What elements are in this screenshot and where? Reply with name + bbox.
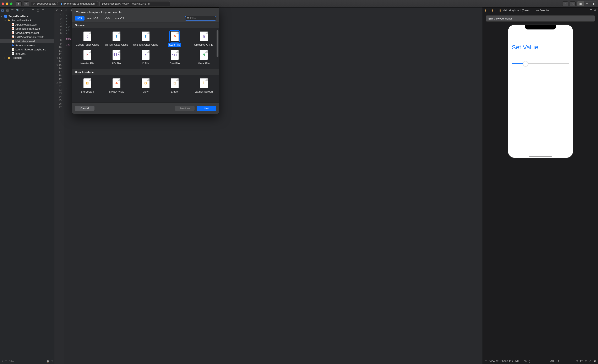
template-c-file[interactable]: cC File [131,49,160,68]
test-nav-tab[interactable]: ◇ [27,9,29,12]
file-node[interactable]: LaunchScreen.storyboard [0,47,54,51]
svg-rect-14 [12,53,14,54]
constraints-icon[interactable]: ⊡ [576,359,578,363]
template-ui-test[interactable]: TUI Test Case Class [102,30,131,49]
template-cpp-file[interactable]: c++C++ File [160,49,189,68]
swift-file-icon [11,35,15,39]
group-node[interactable]: ▾ SeguePassBack [0,18,54,22]
report-nav-tab[interactable]: ☰ [42,9,44,12]
debug-nav-tab[interactable]: ☰ [32,9,34,12]
platform-tab-tvos[interactable]: tvOS [101,16,112,21]
device-config-icon[interactable]: ▢ [485,359,487,363]
template-list[interactable]: Source CCocoa Touch Class TUI Test Case … [72,22,219,103]
filter-icon: ☰ [187,17,189,20]
add-file-button[interactable]: ＋ [1,359,4,363]
minimize-window[interactable] [6,2,8,5]
close-window[interactable] [2,2,4,5]
chevron-down-icon[interactable]: ▾ [5,19,7,22]
align-icon[interactable]: ⫍ [580,360,583,363]
expand-icon[interactable]: ⤢ [65,9,67,12]
toggle-inspector[interactable]: ◨ [590,1,596,6]
breakpoint-indicator[interactable] [56,82,58,84]
library-button[interactable]: ⇆ [570,1,576,6]
slider-thumb[interactable] [523,61,528,66]
canvas[interactable]: Set Value [483,22,598,358]
zoom-window[interactable] [10,2,12,5]
symbol-nav-tab[interactable]: ☰ [11,9,14,12]
add-view-icon[interactable]: ⊕ [594,9,596,12]
navigator-filter-input[interactable] [8,360,45,363]
template-objc-file[interactable]: mObjective-C File [189,30,218,49]
template-swiftui-view[interactable]: SwiftUI View [102,77,131,96]
template-empty[interactable]: ◳Empty [160,77,189,96]
zoom-in-button[interactable]: ＋ [557,359,560,363]
resolve-icon[interactable]: △ [589,359,591,363]
template-header-file[interactable]: hHeader File [73,49,102,68]
source-control-tab[interactable]: ◫ [6,9,9,12]
scene-title: Edit View Controller [488,17,512,20]
set-value-button[interactable]: Set Value [510,32,571,51]
swift-file-icon [11,23,15,26]
chevron-right-icon: 〉 [57,2,60,5]
breakpoint-indicator[interactable] [56,57,58,59]
file-node[interactable]: ViewController.swift [0,31,54,35]
add-button[interactable]: ＋ [562,1,568,6]
template-filter-input[interactable] [190,17,219,20]
chevron-down-icon[interactable]: ▾ [1,15,3,17]
svg-point-6 [12,32,14,34]
template-launch-screen[interactable]: 1Launch Screen [189,77,218,96]
scheme-selector[interactable]: ⇄ SeguePassBack 〉 ▮ iPhone SE (2nd gener… [31,1,98,6]
filter-icon: ☰ [5,360,7,363]
ui-slider[interactable] [512,63,569,64]
ib-jump-bar[interactable]: ▮〉 ▮〉 ▯ Main.storyboard (Base)〉 No Selec… [483,8,598,13]
file-node[interactable]: AppDelegate.swift [0,22,54,27]
template-view[interactable]: ▢View [131,77,160,96]
recent-filter-icon[interactable]: ⌚ [46,360,50,363]
project-node[interactable]: ▾ SeguePassBack [0,14,54,18]
template-storyboard[interactable]: ◧Storyboard [73,77,102,96]
template-iig-file[interactable]: iigIIG File [102,49,131,68]
file-node[interactable]: Info.plist [0,51,54,56]
chevron-right-icon[interactable]: ▸ [5,57,7,59]
template-unit-test[interactable]: TUnit Test Case Class [131,30,160,49]
issue-nav-tab[interactable]: ⚠ [22,9,25,12]
zoom-out-button[interactable]: − [546,360,548,363]
cancel-button[interactable]: Cancel [75,106,94,111]
find-nav-tab[interactable]: 🔍 [16,9,19,12]
products-node[interactable]: ▸ Products [0,56,54,60]
breakpoint-nav-tab[interactable]: ▢ [37,9,39,12]
embed-icon[interactable]: ▣ [593,359,596,363]
platform-tab-ios[interactable]: iOS [75,16,84,21]
folder-icon [8,19,11,22]
template-metal-file[interactable]: MMetal File [189,49,218,68]
project-tree: ▾ SeguePassBack ▾ SeguePassBack AppDeleg… [0,13,54,358]
platform-tab-watchos[interactable]: watchOS [85,16,101,21]
template-cocoa-touch-class[interactable]: CCocoa Touch Class [73,30,102,49]
run-button[interactable]: ▶ [16,1,22,6]
pin-icon[interactable]: ⊟ [585,359,587,363]
view-as-label[interactable]: View as: iPhone 11 ( [490,360,513,363]
template-swift-file[interactable]: Swift File [160,30,189,49]
scene-header[interactable]: Edit View Controller [486,15,595,22]
next-button[interactable]: Next [197,106,216,111]
close-tab-icon[interactable]: ✕ [56,9,58,12]
platform-tab-macos[interactable]: macOS [113,16,126,21]
outline-toggle-icon[interactable]: ☰ [590,9,592,12]
section-header-ui: User Interface [72,69,219,75]
template-filter[interactable]: ☰ [185,16,216,21]
breakpoint-indicator[interactable] [56,64,58,66]
file-node[interactable]: Assets.xcassets [0,43,54,47]
toggle-navigator[interactable]: ◧ [577,1,584,6]
file-node[interactable]: EditViewController.swift [0,35,54,39]
toggle-debug[interactable]: ▭ [584,1,590,6]
plist-file-icon [11,52,15,55]
previous-button[interactable]: Previous [175,106,195,111]
project-nav-tab[interactable]: ▤ [1,9,4,12]
file-node-selected[interactable]: Main.storyboard [0,39,54,43]
svg-rect-11 [12,48,14,51]
svg-point-4 [12,28,14,30]
sheet-scrollbar[interactable] [216,30,219,92]
scm-filter-icon[interactable]: ☐ [51,360,53,363]
stop-button[interactable]: ■ [23,1,29,6]
file-node[interactable]: SceneDelegate.swift [0,27,54,31]
